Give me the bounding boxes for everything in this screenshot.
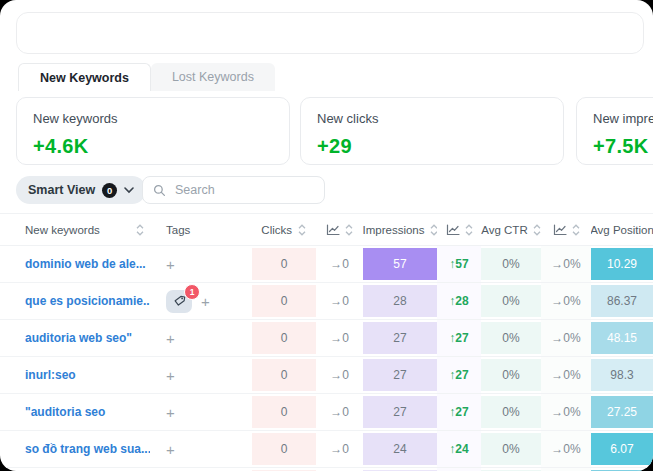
top-panel xyxy=(16,12,644,54)
impressions-change-cell: ↑24 xyxy=(437,431,481,467)
clicks-cell: 0 xyxy=(252,320,316,356)
clicks-change-cell: →0 xyxy=(316,320,363,356)
smart-view-dropdown[interactable]: Smart View 0 xyxy=(16,176,146,204)
search-icon xyxy=(153,184,166,197)
add-tag-button[interactable]: + xyxy=(201,294,210,309)
clicks-change-cell: →0 xyxy=(316,283,363,319)
ctr-change-cell: →0% xyxy=(541,431,591,467)
header-clicks[interactable]: Clicks xyxy=(252,214,316,245)
smart-view-label: Smart View xyxy=(28,183,95,197)
add-tag-button[interactable]: + xyxy=(166,405,175,420)
sort-icon[interactable] xyxy=(430,224,438,236)
sort-icon[interactable] xyxy=(572,224,580,236)
header-avg-ctr[interactable]: Avg CTR xyxy=(481,214,541,245)
ctr-change-cell: →0% xyxy=(541,394,591,430)
clicks-cell: 0 xyxy=(252,394,316,430)
clicks-change-cell: →0 xyxy=(316,431,363,467)
keyword-link[interactable]: "auditoria seo xyxy=(0,394,150,430)
chevron-down-icon xyxy=(124,187,134,194)
search-box xyxy=(142,176,325,204)
header-ctr-trend[interactable] xyxy=(541,214,591,245)
clicks-cell: 0 xyxy=(252,357,316,393)
impressions-change-cell: ↑57 xyxy=(437,246,481,282)
line-chart-icon[interactable] xyxy=(553,224,567,236)
table-row: inurl:seo + 0 →0 27 ↑27 0% →0% 98.3 xyxy=(0,357,653,394)
sort-icon[interactable] xyxy=(298,224,306,236)
ctr-change-cell: →0% xyxy=(541,283,591,319)
ctr-change-cell: →0% xyxy=(541,246,591,282)
position-cell: 6.07 xyxy=(591,431,653,467)
position-cell: 27.25 xyxy=(591,394,653,430)
line-chart-icon[interactable] xyxy=(446,224,460,236)
stat-value: +7.5K xyxy=(593,135,653,158)
sort-icon[interactable] xyxy=(533,224,541,236)
ctr-cell: 0% xyxy=(481,283,541,319)
header-impressions[interactable]: Impressions xyxy=(363,214,437,245)
position-cell: 48.15 xyxy=(591,320,653,356)
keywords-dashboard: New Keywords Lost Keywords New keywords … xyxy=(0,0,653,471)
stat-label: New keywords xyxy=(33,111,273,126)
tag-count-badge: 1 xyxy=(184,284,200,300)
table-row: so đồ trang web sua... + 0 →0 24 ↑24 0% … xyxy=(0,431,653,468)
search-input[interactable] xyxy=(173,182,314,198)
header-avg-position[interactable]: Avg Position xyxy=(591,214,653,245)
header-tags[interactable]: Tags xyxy=(150,214,252,245)
clicks-change-cell: →0 xyxy=(316,394,363,430)
ctr-cell: 0% xyxy=(481,246,541,282)
stat-label: New impressions xyxy=(593,111,653,126)
ctr-cell: 0% xyxy=(481,320,541,356)
tab-lost-keywords[interactable]: Lost Keywords xyxy=(151,63,275,91)
ctr-cell: 0% xyxy=(481,357,541,393)
stat-value: +4.6K xyxy=(33,135,273,158)
table-header-row: New keywords Tags Clicks xyxy=(0,213,653,246)
smart-view-count-badge: 0 xyxy=(102,183,117,198)
sort-icon[interactable] xyxy=(465,224,473,236)
sort-icon[interactable] xyxy=(136,224,144,236)
stat-card-new-impressions: New impressions +7.5K xyxy=(576,97,653,165)
table-row: auditoria web seo" + 0 →0 27 ↑27 0% →0% … xyxy=(0,320,653,357)
tag-chip[interactable]: 1 xyxy=(166,290,192,313)
ctr-change-cell: →0% xyxy=(541,320,591,356)
sort-icon[interactable] xyxy=(345,224,353,236)
header-new-keywords[interactable]: New keywords xyxy=(0,214,150,245)
tab-bar: New Keywords Lost Keywords xyxy=(18,63,275,91)
clicks-change-cell: →0 xyxy=(316,246,363,282)
keyword-link[interactable]: so đồ trang web sua... xyxy=(0,431,150,467)
add-tag-button[interactable]: + xyxy=(166,368,175,383)
add-tag-button[interactable]: + xyxy=(166,331,175,346)
keyword-link[interactable]: dominio web de ale... xyxy=(0,246,150,282)
ctr-cell: 0% xyxy=(481,431,541,467)
line-chart-icon[interactable] xyxy=(326,224,340,236)
position-cell: 86.37 xyxy=(591,283,653,319)
table-row: que es posicionamie... 1 + 0 →0 28 ↑28 0… xyxy=(0,283,653,320)
impressions-cell: 28 xyxy=(363,283,437,319)
impressions-change-cell: ↑28 xyxy=(437,283,481,319)
tab-new-keywords[interactable]: New Keywords xyxy=(18,63,151,91)
keyword-link[interactable]: inurl:seo xyxy=(0,357,150,393)
ctr-change-cell: →0% xyxy=(541,357,591,393)
impressions-cell: 27 xyxy=(363,394,437,430)
add-tag-button[interactable]: + xyxy=(166,257,175,272)
impressions-change-cell: ↑27 xyxy=(437,394,481,430)
header-impressions-trend[interactable] xyxy=(437,214,481,245)
impressions-cell: 24 xyxy=(363,431,437,467)
position-cell: 10.29 xyxy=(591,246,653,282)
impressions-cell: 57 xyxy=(363,246,437,282)
keywords-table: New keywords Tags Clicks xyxy=(0,213,653,471)
ctr-cell: 0% xyxy=(481,394,541,430)
stat-label: New clicks xyxy=(317,111,547,126)
header-clicks-trend[interactable] xyxy=(316,214,363,245)
add-tag-button[interactable]: + xyxy=(166,442,175,457)
clicks-cell: 0 xyxy=(252,283,316,319)
clicks-cell: 0 xyxy=(252,431,316,467)
impressions-change-cell: ↑27 xyxy=(437,320,481,356)
impressions-cell: 27 xyxy=(363,320,437,356)
keyword-link[interactable]: auditoria web seo" xyxy=(0,320,150,356)
clicks-cell: 0 xyxy=(252,246,316,282)
table-row: dominio web de ale... + 0 →0 57 ↑57 0% →… xyxy=(0,246,653,283)
stat-card-new-clicks: New clicks +29 xyxy=(300,97,564,165)
table-row: "auditoria seo + 0 →0 27 ↑27 0% →0% 27.2… xyxy=(0,394,653,431)
keyword-link[interactable]: que es posicionamie... xyxy=(0,283,150,319)
stat-card-new-keywords: New keywords +4.6K xyxy=(16,97,290,165)
impressions-cell: 27 xyxy=(363,357,437,393)
